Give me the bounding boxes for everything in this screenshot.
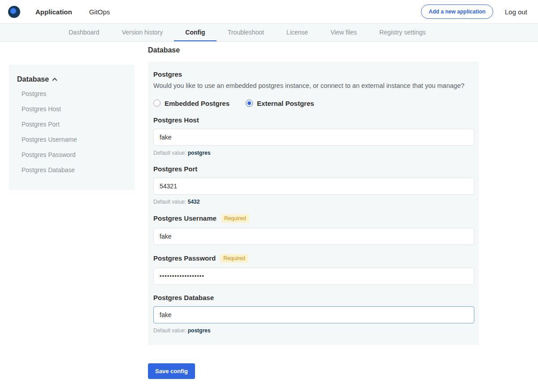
postgres-host-input[interactable] (153, 129, 474, 146)
radio-external-postgres[interactable]: External Postgres (246, 100, 314, 107)
field-postgres-host: Postgres Host Default value: postgres (153, 116, 473, 156)
sidebar-item-postgres-database[interactable]: Postgres Database (17, 162, 126, 178)
sidebar-items: Postgres Postgres Host Postgres Port Pos… (17, 86, 126, 178)
nav-tab-license[interactable]: License (275, 24, 319, 41)
postgres-username-input[interactable] (153, 228, 474, 245)
sidebar-group-database[interactable]: Database (17, 75, 126, 83)
field-label: Postgres Password (153, 254, 216, 262)
sidebar-item-postgres-username[interactable]: Postgres Username (17, 132, 126, 147)
nav-tab-view-files[interactable]: View files (319, 24, 368, 41)
required-badge: Required (220, 254, 248, 263)
postgres-database-input[interactable] (153, 306, 474, 323)
radio-unselected-icon (153, 100, 161, 107)
nav-tab-registry-settings[interactable]: Registry settings (368, 24, 437, 41)
radio-label: External Postgres (257, 100, 314, 107)
config-main: Database Postgres Would you like to use … (148, 65, 479, 392)
field-label: Postgres Host (153, 116, 199, 124)
nav-tab-config[interactable]: Config (174, 24, 216, 41)
sidebar-item-postgres-host[interactable]: Postgres Host (17, 101, 126, 117)
sidebar-item-postgres[interactable]: Postgres (17, 86, 126, 101)
save-config-button[interactable]: Save config (148, 363, 195, 379)
section-title: Database (148, 46, 479, 54)
topbar-right: Add a new application Log out (421, 4, 527, 19)
nav-tab-version-history[interactable]: Version history (111, 24, 174, 41)
logout-link[interactable]: Log out (505, 8, 527, 16)
sidebar-group-label: Database (17, 75, 49, 83)
field-postgres-username: Postgres Username Required (153, 214, 473, 245)
postgres-radio-group: Embedded Postgres External Postgres (153, 100, 473, 107)
add-application-button[interactable]: Add a new application (421, 4, 493, 19)
field-label: Postgres Port (153, 165, 197, 173)
topbar-tabs: Application GitOps (35, 0, 110, 23)
default-label: Default value: (153, 150, 186, 156)
app-nav: Dashboard Version history Config Trouble… (0, 23, 538, 42)
postgres-port-input[interactable] (153, 178, 474, 195)
nav-tab-dashboard[interactable]: Dashboard (57, 24, 111, 41)
sidebar-item-postgres-password[interactable]: Postgres Password (17, 147, 126, 162)
topbar-tab-application[interactable]: Application (35, 0, 72, 23)
group-help-text: Would you like to use an embedded postgr… (153, 82, 473, 91)
group-label-postgres: Postgres (153, 70, 473, 78)
default-value-helper: Default value: postgres (153, 150, 473, 156)
postgres-password-input[interactable] (153, 268, 474, 285)
topbar-tab-gitops[interactable]: GitOps (89, 0, 110, 23)
default-value: postgres (188, 327, 211, 334)
default-value-helper: Default value: 5432 (153, 199, 473, 205)
radio-label: Embedded Postgres (165, 100, 230, 107)
topbar: Application GitOps Add a new application… (0, 0, 538, 23)
config-panel: Postgres Would you like to use an embedd… (148, 61, 479, 345)
default-label: Default value: (153, 327, 186, 334)
config-sidebar: Database Postgres Postgres Host Postgres… (9, 65, 134, 190)
content: Database Postgres Postgres Host Postgres… (0, 42, 538, 392)
required-badge: Required (221, 214, 249, 223)
radio-embedded-postgres[interactable]: Embedded Postgres (153, 100, 230, 107)
radio-selected-icon (246, 100, 253, 107)
field-postgres-password: Postgres Password Required (153, 254, 473, 285)
app-logo-icon[interactable] (8, 6, 20, 18)
field-postgres-database: Postgres Database Default value: postgre… (153, 294, 473, 334)
field-label: Postgres Username (153, 214, 217, 222)
chevron-up-icon (52, 78, 57, 83)
default-value: 5432 (188, 199, 200, 205)
default-label: Default value: (153, 199, 186, 205)
field-label: Postgres Database (153, 294, 214, 301)
default-value-helper: Default value: postgres (153, 327, 473, 334)
nav-tab-troubleshoot[interactable]: Troubleshoot (217, 24, 275, 41)
sidebar-item-postgres-port[interactable]: Postgres Port (17, 117, 126, 132)
default-value: postgres (188, 150, 211, 156)
field-postgres-port: Postgres Port Default value: 5432 (153, 165, 473, 205)
